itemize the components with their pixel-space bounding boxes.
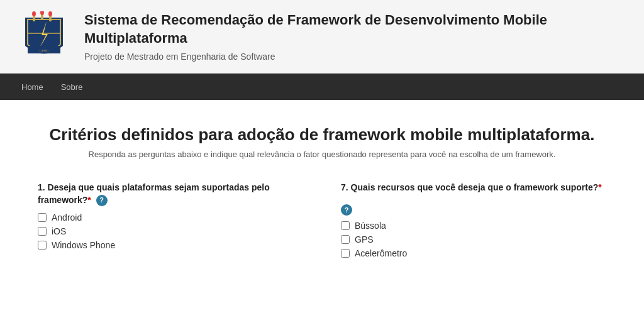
- question-1-number: 1. Deseja que quais plataformas sejam su…: [38, 182, 270, 205]
- option-acelerometro: Acelerômetro: [341, 248, 606, 258]
- svg-point-4: [32, 11, 36, 16]
- label-gps[interactable]: GPS: [355, 234, 374, 244]
- logo: UFMG: [19, 11, 69, 62]
- logo-svg: UFMG: [19, 11, 69, 62]
- question-1-label: 1. Deseja que quais plataformas sejam su…: [38, 182, 303, 206]
- checkbox-bussola[interactable]: [341, 221, 350, 230]
- question-1: 1. Deseja que quais plataformas sejam su…: [38, 182, 303, 262]
- label-android[interactable]: Android: [52, 212, 82, 222]
- checkbox-android[interactable]: [38, 213, 47, 222]
- label-ios[interactable]: iOS: [52, 226, 66, 236]
- option-android: Android: [38, 212, 303, 222]
- page-subtitle: Responda as perguntas abaixo e indique q…: [38, 150, 606, 159]
- question-7-label: 7. Quais recursos que você deseja que o …: [341, 182, 606, 194]
- question-7: 7. Quais recursos que você deseja que o …: [341, 182, 606, 262]
- question-7-help-icon[interactable]: ?: [341, 204, 352, 216]
- label-bussola[interactable]: Bússola: [355, 221, 386, 231]
- question-1-help-icon[interactable]: ?: [96, 195, 108, 206]
- svg-point-5: [40, 11, 44, 15]
- checkbox-acelerometro[interactable]: [341, 249, 350, 258]
- question-7-required: *: [598, 182, 601, 192]
- header: UFMG Sistema de Recomendação de Framewor…: [0, 0, 644, 74]
- header-subtitle: Projeto de Mestrado em Engenharia de Sof…: [84, 52, 625, 62]
- question-1-required: *: [87, 195, 91, 205]
- question-7-number: 7. Quais recursos que você deseja que o …: [341, 182, 598, 192]
- page-title: Critérios definidos para adoção de frame…: [38, 125, 606, 145]
- option-gps: GPS: [341, 234, 606, 244]
- option-ios: iOS: [38, 226, 303, 236]
- header-title: Sistema de Recomendação de Framework de …: [84, 11, 625, 47]
- option-bussola: Bússola: [341, 221, 606, 231]
- svg-text:UFMG: UFMG: [40, 49, 49, 52]
- option-windows-phone: Windows Phone: [38, 240, 303, 250]
- checkbox-ios[interactable]: [38, 227, 47, 236]
- main-content: Critérios definidos para adoção de frame…: [0, 100, 644, 294]
- checkbox-gps[interactable]: [341, 235, 350, 244]
- navbar: Home Sobre: [0, 74, 644, 100]
- nav-home[interactable]: Home: [13, 74, 52, 100]
- nav-sobre[interactable]: Sobre: [52, 74, 92, 100]
- label-windows-phone[interactable]: Windows Phone: [52, 240, 115, 250]
- questions-grid: 1. Deseja que quais plataformas sejam su…: [38, 182, 606, 268]
- checkbox-windows-phone[interactable]: [38, 241, 47, 250]
- header-text: Sistema de Recomendação de Framework de …: [84, 11, 625, 61]
- svg-point-6: [48, 11, 52, 16]
- label-acelerometro[interactable]: Acelerômetro: [355, 248, 407, 258]
